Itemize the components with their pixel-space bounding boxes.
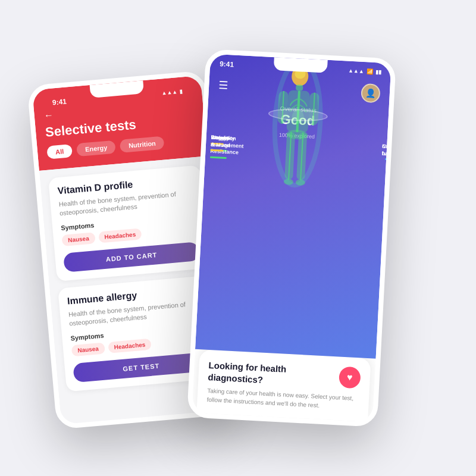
battery-icon: ▮ <box>180 88 183 94</box>
body-figure <box>264 62 330 204</box>
avatar[interactable]: 👤 <box>361 83 381 104</box>
scene: 9:41 ▲▲▲ ▮ ← Selective tests All Energy … <box>30 30 446 446</box>
time-right: 9:41 <box>220 60 234 68</box>
bottom-card-desc: Taking care of your health is now easy. … <box>206 386 359 412</box>
phone-right: 9:41 ▲▲▲ 📶 ▮▮ ☰ 👤 Overall status Good <box>187 49 396 427</box>
tag-headaches-0: Headaches <box>98 228 142 243</box>
bottom-card: Looking for health diagnostics? ♥ Taking… <box>196 349 371 422</box>
bottom-card-row: Looking for health diagnostics? ♥ <box>208 359 361 390</box>
tag-nausea-1: Nausea <box>71 342 105 356</box>
card-vitamin-d: Vitamin D profile Health of the bone sys… <box>48 165 209 281</box>
time-left: 9:41 <box>52 98 67 107</box>
bottom-card-title: Looking for health diagnostics? <box>208 359 316 388</box>
add-to-cart-button[interactable]: ADD TO CART <box>63 242 200 273</box>
bar-immunity <box>210 156 227 159</box>
status-icons-left: ▲▲▲ ▮ <box>161 88 183 96</box>
tag-headaches-1: Headaches <box>108 338 152 353</box>
filter-all[interactable]: All <box>46 144 73 159</box>
tag-nausea-0: Nausea <box>61 232 95 246</box>
menu-icon[interactable]: ☰ <box>218 79 228 92</box>
notch-right <box>274 57 328 73</box>
wifi-icon: 📶 <box>367 68 374 75</box>
signal-right-icon: ▲▲▲ <box>348 68 364 74</box>
label-sexual: Sexual function <box>381 143 392 161</box>
right-status-icons: ▲▲▲ 📶 ▮▮ <box>348 68 381 76</box>
heart-button[interactable]: ♥ <box>339 367 361 389</box>
bar-sexual <box>390 159 392 161</box>
battery-right-icon: ▮▮ <box>375 69 382 76</box>
right-header: 9:41 ▲▲▲ 📶 ▮▮ ☰ 👤 Overall status Good <box>195 54 392 358</box>
filter-nutrition[interactable]: Nutrition <box>120 136 164 153</box>
signal-icon: ▲▲▲ <box>161 89 178 96</box>
right-phone-inner: 9:41 ▲▲▲ 📶 ▮▮ ☰ 👤 Overall status Good <box>192 54 391 422</box>
svg-rect-2 <box>296 84 303 91</box>
filter-energy[interactable]: Energy <box>76 140 116 157</box>
label-weight: Weight management <box>210 134 244 153</box>
